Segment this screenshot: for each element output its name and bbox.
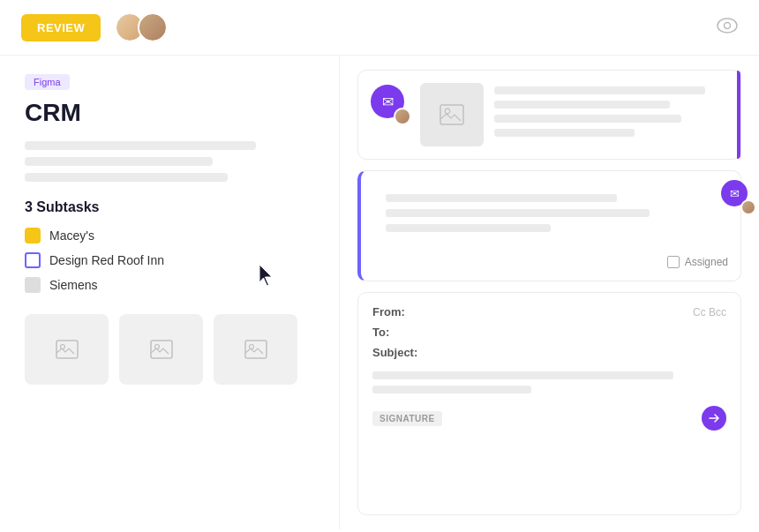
main-content: Figma CRM 3 Subtasks Macey's Design Red … [0,56,759,529]
review-button[interactable]: REVIEW [21,14,101,41]
assigned-row: Assigned [373,256,728,268]
email-footer: SIGNATURE [372,406,726,431]
subtask-icon-yellow [25,228,41,244]
thumbnail-2[interactable] [119,314,203,385]
subtask-list: Macey's Design Red Roof Inn Siemens [25,228,314,293]
svg-rect-4 [151,341,172,358]
to-label: To: [372,326,421,339]
top-bar: REVIEW [0,0,759,56]
email-sk-1 [372,371,673,379]
svg-rect-6 [245,341,267,358]
thumbnails-row [25,314,314,385]
subtask-item-maceys[interactable]: Macey's [25,228,314,244]
skeleton-line-1 [25,141,256,150]
email-to-row: To: [372,326,726,339]
msg-sk2-1 [386,194,617,202]
msg-sk2-2 [386,209,650,217]
skeleton-line-3 [25,173,228,182]
email-from-row: From: Cc Bcc [372,305,726,318]
figma-badge: Figma [25,74,70,90]
msg-image-1 [420,83,484,146]
avatar-2 [138,12,168,42]
msg-sk2-3 [386,224,551,232]
msg-sk-1 [494,86,705,94]
message-card-1-inner: ✉ [371,83,728,146]
svg-point-9 [445,109,450,114]
left-panel: Figma CRM 3 Subtasks Macey's Design Red … [0,56,340,529]
assigned-checkbox[interactable] [667,256,680,268]
thumbnail-3[interactable] [214,314,297,385]
cc-bcc-label: Cc Bcc [693,306,726,318]
card-accent-bar-1 [737,71,740,159]
subtask-label-siemens: Siemens [49,278,97,292]
msg-avatar-2-container: ✉ [721,180,753,212]
subtask-item-redroof[interactable]: Design Red Roof Inn [25,252,314,268]
skeleton-line-2 [25,157,213,166]
svg-rect-2 [56,341,78,358]
email-subject-row: Subject: [372,346,726,359]
svg-point-3 [60,345,64,349]
msg-sk-2 [494,101,670,109]
subtask-label-maceys: Macey's [49,229,94,243]
message-card-2: ✉ Assigned [357,170,741,281]
svg-point-5 [154,345,159,349]
msg-sk-4 [494,129,635,137]
msg-user-avatar-2 [740,199,756,215]
svg-rect-8 [440,105,463,124]
right-panel: ✉ [340,56,759,529]
msg-text-1 [494,83,728,146]
thumbnail-1[interactable] [25,314,109,385]
message-card-2-content [373,184,728,249]
subtasks-heading: 3 Subtasks [25,199,314,215]
avatar-group [115,12,168,42]
msg-content-1 [420,83,728,146]
svg-point-0 [718,19,737,33]
top-bar-left: REVIEW [21,12,168,42]
msg-avatar-2: ✉ [721,180,753,212]
subtask-label-redroof: Design Red Roof Inn [49,253,164,267]
subtask-icon-gray [25,277,41,293]
description-skeleton [25,141,314,182]
signature-badge: SIGNATURE [372,411,442,426]
message-card-1: ✉ [357,70,741,160]
send-button[interactable] [702,406,726,431]
msg-avatar-1: ✉ [371,85,410,124]
email-compose-area: From: Cc Bcc To: Subject: SIGNATURE [357,292,741,515]
svg-point-7 [249,345,253,349]
assigned-label: Assigned [685,256,728,268]
msg-user-avatar-1 [394,108,411,125]
subject-label: Subject: [372,346,421,359]
subtask-icon-blue [25,252,41,268]
msg-sk-3 [494,115,681,123]
page-title: CRM [25,99,314,127]
eye-icon[interactable] [717,18,738,38]
svg-point-1 [725,22,731,28]
email-sk-2 [372,386,531,393]
subtask-item-siemens[interactable]: Siemens [25,277,314,293]
from-label: From: [372,305,421,318]
email-body-skeleton [372,371,726,393]
